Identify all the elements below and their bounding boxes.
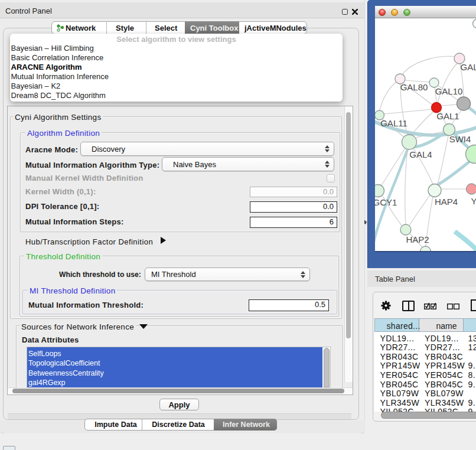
- svg-text:GAL4: GAL4: [409, 149, 432, 159]
- svg-text:GAL1: GAL1: [436, 111, 459, 121]
- svg-text:YEL: YEL: [471, 196, 476, 206]
- svg-text:HAP2: HAP2: [406, 234, 429, 244]
- svg-text:SWI4: SWI4: [449, 134, 471, 144]
- svg-text:GAL80: GAL80: [400, 82, 428, 92]
- svg-text:GAL10: GAL10: [435, 86, 463, 96]
- svg-text:HAP4: HAP4: [435, 197, 458, 207]
- svg-text:GAL11: GAL11: [380, 118, 407, 128]
- svg-text:GAL7: GAL7: [461, 62, 476, 72]
- svg-text:GCY1: GCY1: [375, 197, 397, 207]
